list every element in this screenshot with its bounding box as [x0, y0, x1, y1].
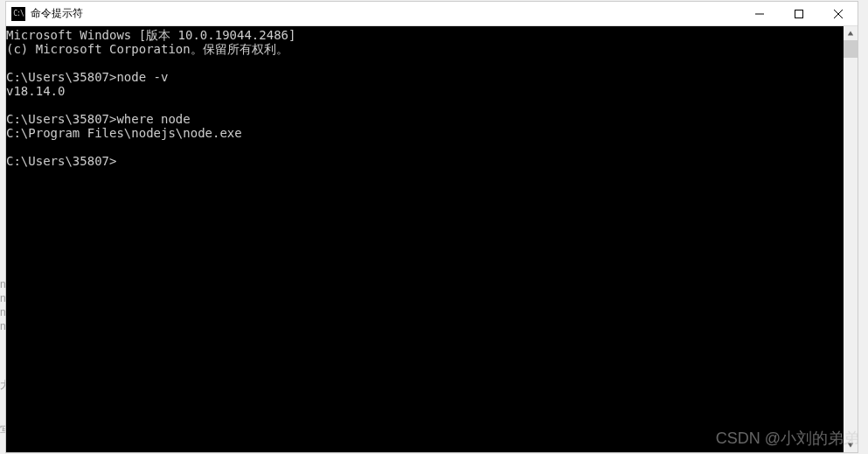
terminal-area: Microsoft Windows [版本 10.0.19044.2486] (…	[6, 26, 858, 452]
scroll-up-button[interactable]	[844, 26, 858, 40]
window-title: 命令提示符	[31, 6, 740, 21]
svg-rect-1	[795, 10, 802, 17]
scrollbar-thumb[interactable]	[844, 40, 858, 58]
close-button[interactable]	[818, 2, 858, 25]
minimize-button[interactable]	[740, 2, 779, 25]
maximize-icon	[795, 10, 803, 18]
titlebar[interactable]: C:\ 命令提示符	[6, 2, 858, 26]
svg-marker-5	[848, 444, 853, 448]
scrollbar-track[interactable]	[844, 40, 858, 438]
svg-marker-4	[848, 31, 853, 36]
chevron-up-icon	[847, 30, 854, 37]
terminal-output[interactable]: Microsoft Windows [版本 10.0.19044.2486] (…	[6, 26, 844, 452]
minimize-icon	[755, 10, 764, 18]
cmd-icon: C:\	[11, 7, 25, 21]
chevron-down-icon	[847, 442, 854, 449]
scroll-down-button[interactable]	[844, 438, 858, 452]
vertical-scrollbar[interactable]	[844, 26, 858, 452]
window-controls	[740, 2, 858, 25]
maximize-button[interactable]	[779, 2, 818, 25]
close-icon	[834, 10, 843, 18]
cmd-window: C:\ 命令提示符 Microsoft Windows [版本 10.0.190…	[5, 1, 858, 453]
